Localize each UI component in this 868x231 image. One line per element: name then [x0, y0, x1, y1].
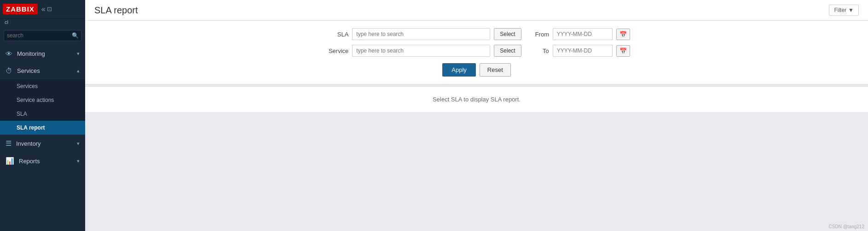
service-filter-row: Service Select	[323, 45, 521, 57]
sidebar-item-reports[interactable]: 📊 Reports ▾	[0, 152, 85, 170]
sidebar-item-sla-report[interactable]: SLA report	[0, 121, 85, 135]
to-date-input[interactable]	[553, 45, 613, 57]
sidebar-item-services[interactable]: ⏱ Services ▴	[0, 62, 85, 79]
sidebar-search-input[interactable]	[4, 30, 81, 41]
search-icon: 🔍	[72, 32, 79, 39]
calendar-icon-2: 📅	[619, 47, 627, 54]
sidebar-header: ZABBIX « ⊡	[0, 0, 85, 18]
watermark: CSDN @tang212	[829, 224, 864, 229]
empty-results-message: Select SLA to display SLA report.	[433, 96, 521, 103]
to-calendar-button[interactable]: 📅	[616, 45, 630, 57]
apply-button[interactable]: Apply	[442, 63, 476, 77]
inventory-icon: ☰	[6, 139, 12, 148]
sla-filter-row: SLA Select	[323, 28, 521, 40]
sidebar-item-service-actions[interactable]: Service actions	[0, 93, 85, 107]
sidebar-expand-button[interactable]: ⊡	[47, 6, 52, 12]
page-header: SLA report Filter ▼	[85, 0, 868, 21]
sla-label: SLA	[323, 31, 348, 38]
sidebar-item-inventory[interactable]: ☰ Inventory ▾	[0, 135, 85, 152]
inventory-arrow-icon: ▾	[77, 141, 80, 147]
main-content: SLA report Filter ▼ SLA Select	[85, 0, 868, 231]
monitoring-icon: 👁	[6, 50, 12, 58]
filter-label: Filter	[834, 7, 846, 13]
filter-panel: SLA Select Service Select From	[85, 21, 868, 84]
services-submenu: Services Service actions SLA SLA report	[0, 79, 85, 135]
header-right: Filter ▼	[829, 5, 859, 16]
sidebar-item-services-sub[interactable]: Services	[0, 79, 85, 93]
filter-form: SLA Select Service Select From	[94, 28, 859, 57]
reset-button[interactable]: Reset	[480, 63, 511, 77]
from-filter-row: From 📅	[535, 28, 630, 40]
to-filter-row: To 📅	[535, 45, 630, 57]
reports-arrow-icon: ▾	[77, 158, 80, 164]
inventory-label: Inventory	[16, 140, 77, 147]
calendar-icon: 📅	[619, 31, 627, 38]
filter-right-column: From 📅 To 📅	[535, 28, 630, 57]
from-label: From	[535, 31, 549, 38]
reports-label: Reports	[19, 158, 77, 165]
from-calendar-button[interactable]: 📅	[616, 29, 630, 40]
filter-left-column: SLA Select Service Select	[323, 28, 521, 57]
filter-button[interactable]: Filter ▼	[829, 5, 859, 16]
zabbix-logo: ZABBIX	[3, 4, 38, 14]
service-search-input[interactable]	[352, 45, 490, 57]
sidebar-collapse-button[interactable]: «	[41, 5, 46, 13]
sidebar-item-monitoring[interactable]: 👁 Monitoring ▾	[0, 45, 85, 62]
services-arrow-icon: ▴	[77, 68, 80, 74]
filter-actions: Apply Reset	[94, 63, 859, 77]
to-label: To	[535, 47, 549, 54]
content-body: SLA Select Service Select From	[85, 21, 868, 231]
sidebar-item-sla[interactable]: SLA	[0, 107, 85, 121]
sidebar-search-area: 🔍	[0, 28, 85, 43]
sidebar: ZABBIX « ⊡ cl 🔍 👁 Monitoring ▾ ⏱ Service…	[0, 0, 85, 231]
monitoring-label: Monitoring	[17, 50, 77, 57]
from-date-input[interactable]	[553, 28, 613, 40]
filter-icon: ▼	[848, 7, 854, 13]
sla-select-button[interactable]: Select	[494, 28, 521, 40]
service-select-button[interactable]: Select	[494, 45, 521, 57]
service-label: Service	[323, 47, 348, 54]
page-title: SLA report	[94, 5, 138, 16]
services-label: Services	[17, 67, 77, 74]
sla-search-input[interactable]	[352, 28, 490, 40]
results-area: Select SLA to display SLA report.	[85, 86, 868, 112]
monitoring-arrow-icon: ▾	[77, 51, 80, 57]
services-icon: ⏱	[6, 67, 12, 75]
sidebar-user: cl	[0, 18, 85, 28]
reports-icon: 📊	[6, 157, 14, 165]
